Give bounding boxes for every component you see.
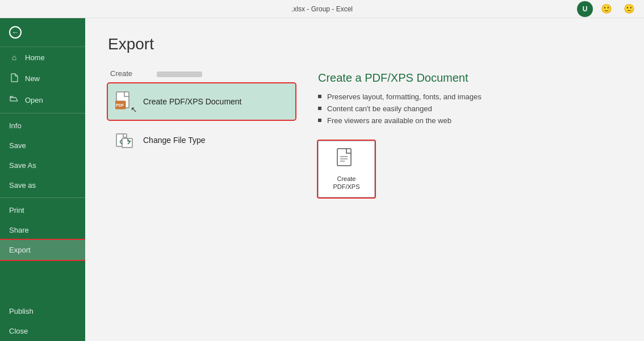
create-pdf-button[interactable]: Create PDF/XPS xyxy=(318,141,375,197)
app-body: ← ⌂ Home New Open Info Save Save As xyxy=(0,18,644,341)
smiley-icon[interactable]: 🙂 xyxy=(597,0,616,18)
sidebar-item-save-as-extra[interactable]: Save as xyxy=(0,175,85,195)
right-panel-title: Create a PDF/XPS Document xyxy=(318,71,621,85)
sidebar-item-share[interactable]: Share xyxy=(0,220,85,240)
user-avatar[interactable]: U xyxy=(577,1,593,17)
sidebar-divider-1 xyxy=(0,113,85,113)
title-bar: .xlsx - Group - Excel U 🙂 🙁 xyxy=(0,0,644,18)
sidebar-label-save-as: Save As xyxy=(9,161,36,170)
sidebar-item-new[interactable]: New xyxy=(0,68,85,90)
back-circle-icon: ← xyxy=(9,26,22,39)
change-file-label: Change File Type xyxy=(143,136,205,145)
svg-text:PDF: PDF xyxy=(116,103,124,107)
sidebar-item-open[interactable]: Open xyxy=(0,90,85,111)
sidebar-label-publish: Publish xyxy=(9,307,34,315)
bullet-text-3: Free viewers are available on the web xyxy=(327,116,451,125)
sidebar-spacer xyxy=(0,260,85,301)
sidebar-label-save-as-extra: Save as xyxy=(9,181,36,190)
export-options: Create PDF Create PDF/X xyxy=(108,69,621,324)
sidebar-label-share: Share xyxy=(9,226,29,234)
home-icon: ⌂ xyxy=(9,53,19,62)
sidebar-label-home: Home xyxy=(25,53,45,62)
sidebar-label-info: Info xyxy=(9,121,22,130)
pdf-option-icon: PDF xyxy=(115,91,135,112)
export-left-panel: Create PDF Create PDF/X xyxy=(108,69,295,324)
bullet-square-3 xyxy=(318,119,321,122)
window-title: .xlsx - Group - Excel xyxy=(291,5,353,13)
section-blur xyxy=(157,71,202,77)
export-option-create-pdf[interactable]: PDF Create PDF/XPS Document xyxy=(108,83,295,120)
sad-icon[interactable]: 🙁 xyxy=(620,0,638,18)
back-button[interactable]: ← xyxy=(0,18,85,47)
sidebar-item-save-as[interactable]: Save As xyxy=(0,155,85,175)
bullet-item-2: Content can't be easily changed xyxy=(318,104,621,113)
sidebar-divider-2 xyxy=(0,197,85,198)
sidebar: ← ⌂ Home New Open Info Save Save As xyxy=(0,18,85,341)
sidebar-item-publish[interactable]: Publish xyxy=(0,301,85,321)
sidebar-item-info[interactable]: Info xyxy=(0,116,85,136)
sidebar-label-export: Export xyxy=(9,246,31,254)
bullet-square-1 xyxy=(318,95,321,98)
bullet-item-1: Preserves layout, formatting, fonts, and… xyxy=(318,92,621,101)
new-icon xyxy=(9,73,19,84)
btn-label-line1: Create xyxy=(337,175,356,182)
page-title: Export xyxy=(108,35,621,53)
sidebar-item-home[interactable]: ⌂ Home xyxy=(0,47,85,68)
sidebar-label-new: New xyxy=(25,74,40,83)
sidebar-label-close: Close xyxy=(9,327,28,335)
pdf-button-label: Create PDF/XPS xyxy=(333,175,359,191)
export-right-panel: Create a PDF/XPS Document Preserves layo… xyxy=(318,69,621,324)
sidebar-item-export[interactable]: Export xyxy=(0,240,85,260)
bullet-text-2: Content can't be easily changed xyxy=(327,104,432,113)
section-label: Create xyxy=(108,69,295,78)
titlebar-controls: U 🙂 🙁 xyxy=(577,0,638,18)
open-icon xyxy=(9,95,19,105)
btn-label-line2: PDF/XPS xyxy=(333,183,359,190)
change-file-icon xyxy=(115,130,135,150)
pdf-option-label: Create PDF/XPS Document xyxy=(143,97,242,106)
svg-rect-4 xyxy=(122,138,132,148)
bullet-square-2 xyxy=(318,107,321,110)
sidebar-item-save[interactable]: Save xyxy=(0,136,85,155)
section-title-text: Create xyxy=(110,69,132,78)
right-bullets-list: Preserves layout, formatting, fonts, and… xyxy=(318,92,621,125)
export-option-change-file[interactable]: Change File Type xyxy=(108,122,295,158)
sidebar-label-print: Print xyxy=(9,206,24,214)
svg-rect-5 xyxy=(337,149,351,166)
sidebar-item-print[interactable]: Print xyxy=(0,200,85,220)
main-content: Export Create PD xyxy=(85,18,644,341)
sidebar-label-open: Open xyxy=(25,96,43,104)
bullet-text-1: Preserves layout, formatting, fonts, and… xyxy=(327,92,482,101)
pdf-button-icon xyxy=(336,148,357,170)
sidebar-label-save: Save xyxy=(9,141,26,150)
bullet-item-3: Free viewers are available on the web xyxy=(318,116,621,125)
sidebar-item-close[interactable]: Close xyxy=(0,321,85,341)
